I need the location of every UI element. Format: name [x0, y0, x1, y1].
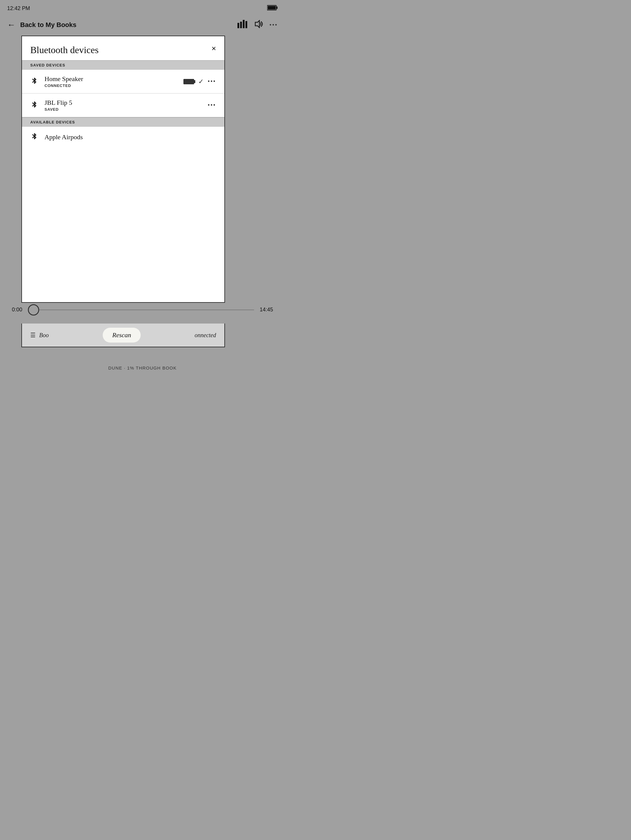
progress-track[interactable] — [31, 309, 254, 310]
bluetooth-icon-jbl — [30, 100, 39, 111]
jbl-name: JBL Flip 5 — [44, 99, 202, 107]
home-speaker-status: CONNECTED — [44, 84, 177, 88]
chart-icon[interactable] — [237, 20, 248, 30]
progress-thumb[interactable] — [28, 304, 39, 316]
device-home-speaker: Home Speaker CONNECTED ✓ ••• — [22, 70, 224, 93]
svg-rect-5 — [243, 20, 245, 28]
available-devices-header: AVAILABLE DEVICES — [22, 117, 224, 127]
home-speaker-actions: ✓ ••• — [183, 78, 216, 85]
more-options-icon[interactable]: ••• — [270, 22, 278, 28]
jbl-status: SAVED — [44, 107, 202, 112]
home-speaker-info: Home Speaker CONNECTED — [44, 75, 177, 88]
jbl-actions: ••• — [208, 102, 216, 108]
saved-devices-header: SAVED DEVICES — [22, 60, 224, 70]
airpods-name: Apple Airpods — [44, 133, 216, 141]
device-apple-airpods: Apple Airpods — [22, 127, 224, 147]
nav-title: Back to My Books — [20, 21, 77, 29]
svg-rect-2 — [268, 6, 276, 9]
modal-title: Bluetooth devices — [30, 44, 99, 55]
bottom-connected-label: onnected — [195, 332, 216, 339]
svg-rect-4 — [240, 22, 242, 28]
svg-rect-6 — [246, 21, 247, 28]
jbl-more[interactable]: ••• — [208, 102, 216, 108]
svg-rect-3 — [237, 23, 239, 28]
battery-icon — [267, 5, 278, 11]
home-speaker-battery — [183, 79, 194, 84]
volume-icon[interactable] — [254, 20, 263, 30]
rescan-button[interactable]: Rescan — [103, 328, 141, 343]
bottom-bar: ☰ Boo Rescan onnected — [21, 324, 225, 347]
jbl-info: JBL Flip 5 SAVED — [44, 99, 202, 112]
list-icon: ☰ — [30, 332, 36, 339]
nav-bar: ← Back to My Books ••• — [0, 16, 285, 35]
home-speaker-check: ✓ — [198, 78, 203, 85]
footer-text: DUNE · 1% THROUGH BOOK — [0, 365, 285, 370]
airpods-info: Apple Airpods — [44, 133, 216, 141]
time-end: 14:45 — [256, 306, 273, 313]
bottom-left: ☰ Boo — [30, 332, 49, 339]
back-arrow-icon[interactable]: ← — [7, 20, 16, 30]
bluetooth-modal: Bluetooth devices × SAVED DEVICES Home S… — [21, 36, 225, 303]
status-time: 12:42 PM — [7, 5, 30, 11]
svg-rect-1 — [276, 6, 278, 9]
time-start: 0:00 — [12, 306, 28, 313]
close-button[interactable]: × — [211, 44, 216, 52]
status-bar: 12:42 PM — [0, 0, 285, 16]
bluetooth-icon-airpods — [30, 132, 39, 142]
svg-marker-7 — [255, 21, 259, 28]
bluetooth-icon-home-speaker — [30, 77, 39, 87]
home-speaker-more[interactable]: ••• — [208, 78, 216, 85]
device-jbl-flip5: JBL Flip 5 SAVED ••• — [22, 93, 224, 117]
home-speaker-name: Home Speaker — [44, 75, 177, 83]
bottom-book-label: Boo — [39, 332, 49, 339]
